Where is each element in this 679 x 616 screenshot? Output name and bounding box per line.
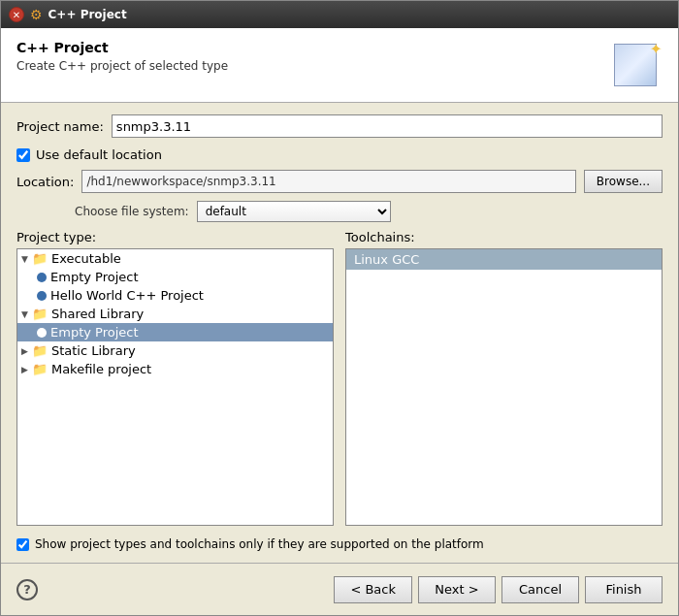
arrow-static-library: ▶ — [21, 346, 28, 356]
two-col-section: Project type: ▼ 📁 Executable Empty Proje… — [16, 230, 663, 526]
default-location-row: Use default location — [16, 147, 663, 162]
window-icon: ⚙ — [30, 7, 43, 22]
folder-icon-makefile: 📁 — [32, 362, 48, 376]
tree-item-static-library[interactable]: ▶ 📁 Static Library — [17, 341, 333, 360]
toolchains-box[interactable]: Linux GCC — [345, 248, 663, 526]
tree-item-empty-project-2[interactable]: Empty Project — [17, 323, 333, 341]
sparkle-icon: ✦ — [650, 40, 663, 58]
browse-button[interactable]: Browse... — [584, 170, 663, 193]
dialog-subtitle: Create C++ project of selected type — [16, 59, 228, 73]
close-icon: ✕ — [13, 10, 20, 20]
header-text: C++ Project Create C++ project of select… — [16, 40, 228, 73]
project-name-row: Project name: — [16, 114, 663, 138]
location-input[interactable] — [81, 170, 575, 193]
project-type-section: Project type: ▼ 📁 Executable Empty Proje… — [16, 230, 334, 526]
show-supported-label: Show project types and toolchains only i… — [35, 537, 484, 551]
window-title: C++ Project — [48, 8, 127, 21]
title-bar: ✕ ⚙ C++ Project — [1, 1, 678, 28]
help-button[interactable]: ? — [16, 579, 38, 600]
project-name-label: Project name: — [16, 119, 104, 134]
cancel-button[interactable]: Cancel — [501, 576, 579, 603]
toolchain-item-linux-gcc[interactable]: Linux GCC — [346, 249, 662, 270]
main-window: ✕ ⚙ C++ Project C++ Project Create C++ p… — [0, 0, 679, 616]
arrow-shared-library: ▼ — [21, 309, 28, 319]
tree-label-empty-project-2: Empty Project — [50, 325, 139, 340]
tree-label-shared-library: Shared Library — [51, 307, 144, 321]
toolchains-label: Toolchains: — [345, 230, 663, 244]
folder-icon-executable: 📁 — [32, 251, 48, 266]
tree-label-static-library: Static Library — [51, 343, 136, 358]
close-button[interactable]: ✕ — [9, 7, 24, 22]
header-icon-container: ✦ — [612, 40, 663, 90]
tree-item-executable[interactable]: ▼ 📁 Executable — [17, 249, 333, 268]
tree-label-empty-project-1: Empty Project — [50, 270, 139, 284]
tree-item-shared-library[interactable]: ▼ 📁 Shared Library — [17, 305, 333, 323]
tree-item-hello-world[interactable]: Hello World C++ Project — [17, 286, 333, 305]
next-button[interactable]: Next > — [418, 576, 496, 603]
folder-icon-shared-library: 📁 — [32, 307, 48, 321]
filesystem-select[interactable]: default — [197, 201, 391, 222]
dot-icon-2 — [37, 291, 47, 301]
bottom-buttons: < Back Next > Cancel Finish — [334, 576, 663, 603]
tree-label-makefile: Makefile project — [51, 362, 151, 376]
project-type-tree[interactable]: ▼ 📁 Executable Empty Project Hello World… — [16, 248, 334, 526]
arrow-executable: ▼ — [21, 254, 28, 264]
content-area: Project name: Use default location Locat… — [1, 103, 678, 563]
show-supported-row: Show project types and toolchains only i… — [16, 537, 663, 551]
dot-icon-3 — [37, 328, 47, 338]
tree-item-makefile[interactable]: ▶ 📁 Makefile project — [17, 360, 333, 378]
tree-item-empty-project-1[interactable]: Empty Project — [17, 268, 333, 286]
project-type-label: Project type: — [16, 230, 334, 244]
filesystem-label: Choose file system: — [75, 205, 189, 218]
arrow-makefile: ▶ — [21, 365, 28, 374]
toolchains-section: Toolchains: Linux GCC — [345, 230, 663, 526]
tree-label-executable: Executable — [51, 251, 121, 266]
dialog-title: C++ Project — [16, 40, 228, 55]
back-button[interactable]: < Back — [334, 576, 412, 603]
filesystem-row: Choose file system: default — [16, 201, 663, 222]
dialog-header: C++ Project Create C++ project of select… — [1, 28, 678, 103]
show-supported-checkbox[interactable] — [16, 538, 29, 551]
location-label: Location: — [16, 175, 74, 189]
location-row: Location: Browse... — [16, 170, 663, 193]
bottom-bar: ? < Back Next > Cancel Finish — [1, 563, 678, 615]
default-location-checkbox[interactable] — [16, 148, 30, 162]
dot-icon-1 — [37, 273, 47, 282]
default-location-label: Use default location — [36, 147, 162, 162]
finish-button[interactable]: Finish — [585, 576, 663, 603]
tree-label-hello-world: Hello World C++ Project — [50, 288, 204, 303]
folder-icon-static-library: 📁 — [32, 343, 48, 358]
project-name-input[interactable] — [112, 114, 663, 138]
